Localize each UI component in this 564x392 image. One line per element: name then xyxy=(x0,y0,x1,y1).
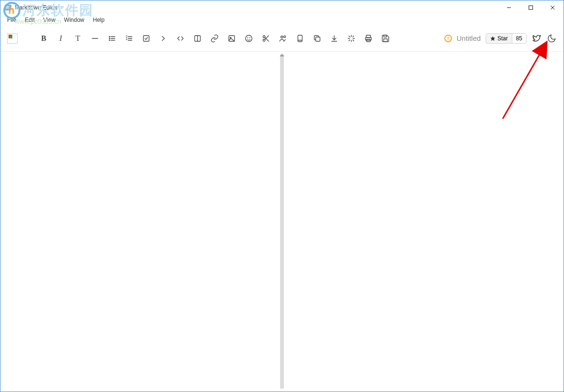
emoji-button[interactable] xyxy=(244,33,254,44)
app-icon xyxy=(4,4,12,11)
svg-rect-2 xyxy=(6,8,9,9)
titlebar: Markdown Editor xyxy=(0,0,564,15)
menu-view[interactable]: View xyxy=(39,16,59,24)
window-title: Markdown Editor xyxy=(15,4,57,11)
table-button[interactable] xyxy=(192,33,203,44)
svg-point-25 xyxy=(245,35,252,42)
document-title: Untitled xyxy=(457,34,481,42)
editor-area xyxy=(0,52,564,392)
link-button[interactable] xyxy=(209,33,220,44)
svg-line-44 xyxy=(349,40,350,41)
maximize-button[interactable] xyxy=(520,0,542,15)
star-label: Star xyxy=(498,35,508,42)
ordered-list-button[interactable] xyxy=(124,33,134,44)
svg-line-40 xyxy=(349,36,350,37)
svg-point-27 xyxy=(250,37,250,38)
users-icon[interactable] xyxy=(278,33,288,44)
menu-help[interactable]: Help xyxy=(89,16,109,24)
svg-line-41 xyxy=(353,40,354,41)
minimize-button[interactable] xyxy=(498,0,520,15)
split-divider[interactable] xyxy=(279,52,285,392)
svg-rect-49 xyxy=(384,35,386,37)
unsaved-warning-icon: ! xyxy=(444,35,452,42)
svg-point-32 xyxy=(281,36,283,38)
print-button[interactable] xyxy=(363,33,374,44)
checklist-button[interactable] xyxy=(141,33,151,44)
save-button[interactable] xyxy=(380,33,391,44)
twitter-button[interactable] xyxy=(531,33,542,44)
bold-button[interactable]: B xyxy=(38,33,49,44)
code-button[interactable] xyxy=(175,33,186,44)
svg-point-26 xyxy=(247,37,248,38)
device-icon[interactable] xyxy=(295,33,305,44)
svg-point-33 xyxy=(284,36,286,37)
menu-file[interactable]: File xyxy=(3,16,20,24)
scissors-icon[interactable] xyxy=(261,33,271,44)
svg-point-8 xyxy=(109,36,110,37)
copy-button[interactable] xyxy=(312,33,322,44)
italic-button[interactable]: I xyxy=(56,33,66,44)
svg-rect-20 xyxy=(143,36,149,41)
dark-mode-button[interactable] xyxy=(546,33,557,44)
close-button[interactable] xyxy=(542,0,564,15)
star-icon xyxy=(490,36,496,41)
quote-button[interactable] xyxy=(158,33,169,44)
preview-pane xyxy=(285,52,564,392)
github-star-badge[interactable]: Star 85 xyxy=(486,33,526,44)
svg-rect-50 xyxy=(384,38,387,41)
editor-pane[interactable] xyxy=(0,52,279,392)
horizontal-rule-button[interactable] xyxy=(90,33,100,44)
svg-rect-4 xyxy=(529,6,533,9)
toolbar: B I T ! Untitled Star 85 xyxy=(0,25,564,52)
svg-point-10 xyxy=(109,38,110,39)
svg-rect-36 xyxy=(316,37,320,41)
svg-line-45 xyxy=(353,36,354,37)
svg-rect-46 xyxy=(367,35,371,37)
menu-window[interactable]: Window xyxy=(60,16,88,24)
svg-rect-34 xyxy=(298,35,302,42)
star-count: 85 xyxy=(512,34,526,43)
scroll-up-arrow-icon xyxy=(280,54,284,56)
svg-point-24 xyxy=(230,37,231,38)
menu-edit[interactable]: Edit xyxy=(21,16,38,24)
loading-icon[interactable] xyxy=(346,33,357,44)
svg-point-12 xyxy=(109,40,110,41)
image-button[interactable] xyxy=(226,33,237,44)
unordered-list-button[interactable] xyxy=(107,33,117,44)
download-button[interactable] xyxy=(329,33,339,44)
menubar: File Edit View Window Help xyxy=(0,15,564,25)
svg-marker-51 xyxy=(490,36,495,41)
scrollbar-track[interactable] xyxy=(280,55,284,389)
svg-rect-1 xyxy=(6,6,10,7)
heading-button[interactable]: T xyxy=(73,33,83,44)
logo-placeholder-icon xyxy=(7,33,18,44)
